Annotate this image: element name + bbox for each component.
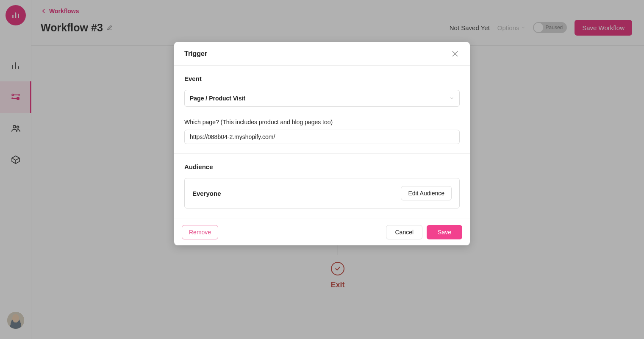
page-url-input[interactable] [184, 130, 460, 144]
cancel-button[interactable]: Cancel [386, 225, 422, 239]
modal-footer: Remove Cancel Save [174, 219, 470, 245]
modal-title: Trigger [184, 50, 207, 58]
modal-divider [174, 153, 470, 154]
modal-footer-right: Cancel Save [386, 225, 462, 239]
event-select[interactable]: Page / Product Visit [184, 90, 460, 107]
audience-value: Everyone [192, 190, 221, 197]
audience-box: Everyone Edit Audience [184, 178, 460, 208]
event-section-label: Event [184, 75, 460, 82]
close-icon [450, 49, 460, 58]
trigger-modal: Trigger Event Page / Product Visit Which… [174, 42, 470, 245]
modal-header: Trigger [174, 42, 470, 66]
page-field-label: Which page? (This includes product and b… [184, 119, 460, 125]
remove-button[interactable]: Remove [182, 225, 218, 239]
event-select-value: Page / Product Visit [190, 95, 245, 102]
close-button[interactable] [450, 49, 460, 58]
save-button[interactable]: Save [427, 225, 462, 239]
audience-section-label: Audience [184, 163, 460, 170]
modal-body: Event Page / Product Visit Which page? (… [174, 66, 470, 219]
chevron-down-icon [449, 96, 454, 101]
edit-audience-button[interactable]: Edit Audience [401, 186, 452, 200]
